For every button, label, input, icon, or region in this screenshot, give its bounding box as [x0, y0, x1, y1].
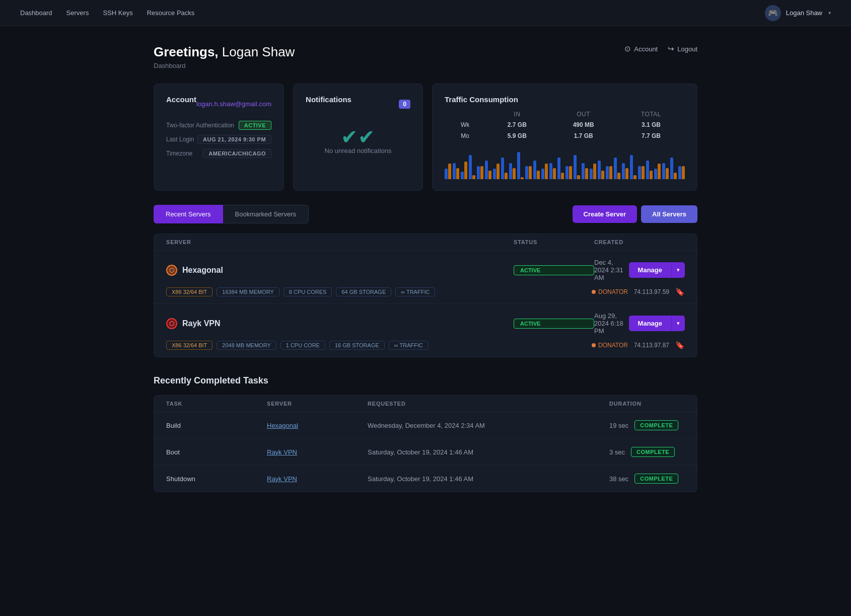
- nav-dashboard[interactable]: Dashboard: [20, 9, 52, 17]
- server-status-raykvpn: ACTIVE: [514, 319, 594, 329]
- nav-user[interactable]: 🎮 Logan Shaw ▾: [765, 5, 831, 21]
- task-row-shutdown: Shutdown Rayk VPN Saturday, October 19, …: [154, 466, 697, 492]
- nav-chevron-icon: ▾: [828, 10, 831, 16]
- bar-group-10: [525, 166, 532, 179]
- tasks-table: TASK SERVER REQUESTED DURATION Build Hex…: [154, 395, 697, 492]
- bar-group-21: [614, 158, 620, 179]
- account-button[interactable]: ⊙ Account: [624, 44, 658, 53]
- bar-group-22: [622, 163, 628, 179]
- bar-out-24: [642, 166, 645, 179]
- task-status-shutdown: COMPLETE: [634, 474, 678, 484]
- bar-out-7: [505, 173, 508, 179]
- bar-out-16: [577, 175, 580, 179]
- bar-in-17: [582, 163, 585, 179]
- task-server-raykvpn-boot[interactable]: Rayk VPN: [267, 448, 368, 456]
- col-status: STATUS: [514, 239, 594, 245]
- account-icon: ⊙: [624, 44, 631, 53]
- notif-empty-text: No unread notifications: [325, 147, 392, 155]
- server-ip-raykvpn: 74.113.97.87: [634, 342, 669, 349]
- bar-in-7: [501, 158, 504, 179]
- greeting-username: Logan Shaw: [219, 44, 295, 59]
- traffic-col-in: IN: [485, 110, 548, 119]
- bar-group-7: [501, 158, 508, 179]
- server-tag-memory: 16384 MB MEMORY: [217, 287, 279, 296]
- account-card-title: Account: [166, 95, 196, 104]
- bar-out-2: [464, 162, 467, 179]
- bar-group-12: [541, 164, 548, 179]
- bar-in-0: [445, 169, 448, 179]
- server-main-hexagonal: ⬡ Hexagonal ACTIVE Dec 4, 2024 2:31 AM M…: [166, 259, 685, 281]
- bar-in-6: [493, 169, 496, 179]
- server-icon-raykvpn: ⬡: [166, 318, 177, 329]
- bar-out-17: [585, 168, 588, 179]
- task-status-boot: COMPLETE: [631, 447, 675, 457]
- bookmark-icon-raykvpn[interactable]: 🔖: [675, 341, 685, 350]
- nav-servers[interactable]: Servers: [66, 9, 89, 17]
- all-servers-button[interactable]: All Servers: [641, 205, 697, 223]
- bar-in-14: [557, 158, 560, 179]
- navbar: Dashboard Servers SSH Keys Resource Pack…: [0, 0, 851, 26]
- bar-group-17: [582, 163, 588, 179]
- bar-group-27: [662, 163, 669, 179]
- server-tag-traffic: ∞ TRAFFIC: [395, 287, 435, 296]
- bar-group-3: [469, 155, 475, 179]
- traffic-row-wk-label: Wk: [446, 120, 484, 130]
- last-login-value: AUG 21, 2024 9:30 PM: [197, 135, 271, 144]
- two-factor-label: Two-factor Authentication: [166, 122, 234, 129]
- tab-recent-servers[interactable]: Recent Servers: [154, 205, 223, 223]
- traffic-mo-in: 5.9 GB: [485, 131, 548, 141]
- notifications-card: Notifications 0 ✔✔ No unread notificatio…: [293, 84, 423, 191]
- bar-out-9: [521, 177, 524, 179]
- bar-in-3: [469, 155, 472, 179]
- donator-label: DONATOR: [598, 288, 628, 295]
- bar-group-26: [654, 164, 661, 179]
- traffic-col-total: TOTAL: [618, 110, 684, 119]
- server-created-hexagonal: Dec 4, 2024 2:31 AM: [594, 259, 629, 281]
- bar-group-13: [549, 163, 556, 179]
- col-created: CREATED: [594, 239, 685, 245]
- bar-group-8: [509, 163, 516, 179]
- task-row-build: Build Hexagonal Wednesday, December 4, 2…: [154, 412, 697, 439]
- timezone-label: Timezone: [166, 150, 192, 157]
- bar-group-24: [638, 166, 645, 179]
- tab-bookmarked-servers[interactable]: Bookmarked Servers: [223, 205, 309, 223]
- bar-out-27: [666, 168, 669, 179]
- server-tag-cpu-vpn: 1 CPU CORE: [280, 341, 325, 350]
- task-name-build: Build: [166, 422, 267, 429]
- bar-out-4: [480, 166, 483, 179]
- bar-out-28: [674, 173, 677, 179]
- server-status-hexagonal: ACTIVE: [514, 265, 594, 275]
- page-subtitle: Dashboard: [154, 62, 295, 69]
- traffic-col-out: OUT: [549, 110, 617, 119]
- bar-out-21: [617, 173, 620, 179]
- create-server-button[interactable]: Create Server: [573, 205, 637, 223]
- server-created-raykvpn: Aug 29, 2024 6:18 PM: [594, 312, 629, 335]
- logout-button[interactable]: ↪ Logout: [668, 44, 697, 53]
- task-duration-shutdown: 38 sec: [609, 475, 628, 483]
- double-check-icon: ✔✔: [341, 127, 375, 147]
- bookmark-icon-hexagonal[interactable]: 🔖: [675, 287, 685, 296]
- manage-dropdown-raykvpn[interactable]: ▾: [671, 316, 685, 331]
- servers-section: SERVER STATUS CREATED ⬡ Hexagonal ACTIVE…: [154, 234, 697, 357]
- traffic-bar-chart: [445, 149, 685, 179]
- manage-dropdown-hexagonal[interactable]: ▾: [671, 262, 685, 278]
- bar-out-18: [593, 164, 596, 179]
- nav-resource-packs[interactable]: Resource Packs: [147, 9, 195, 17]
- timezone-value: AMERICA/CHICAGO: [203, 149, 271, 158]
- bar-out-19: [601, 171, 604, 179]
- manage-button-hexagonal[interactable]: Manage: [629, 262, 671, 278]
- bar-group-19: [598, 161, 604, 179]
- manage-button-raykvpn[interactable]: Manage: [629, 316, 671, 331]
- nav-links: Dashboard Servers SSH Keys Resource Pack…: [20, 9, 765, 17]
- traffic-table: IN OUT TOTAL Wk 2.7 GB 490 MB 3.1 GB Mo …: [445, 109, 685, 142]
- task-server-raykvpn-shutdown[interactable]: Rayk VPN: [267, 475, 368, 483]
- timezone-row: Timezone AMERICA/CHICAGO: [166, 149, 271, 158]
- bar-out-15: [569, 166, 572, 179]
- task-server-hexagonal[interactable]: Hexagonal: [267, 422, 368, 429]
- nav-ssh-keys[interactable]: SSH Keys: [103, 9, 132, 17]
- bar-in-10: [525, 166, 528, 179]
- task-name-shutdown: Shutdown: [166, 475, 267, 483]
- task-duration-wrap-boot: 3 sec COMPLETE: [609, 447, 685, 457]
- bar-out-5: [488, 171, 491, 179]
- task-requested-shutdown: Saturday, October 19, 2024 1:46 AM: [368, 475, 609, 483]
